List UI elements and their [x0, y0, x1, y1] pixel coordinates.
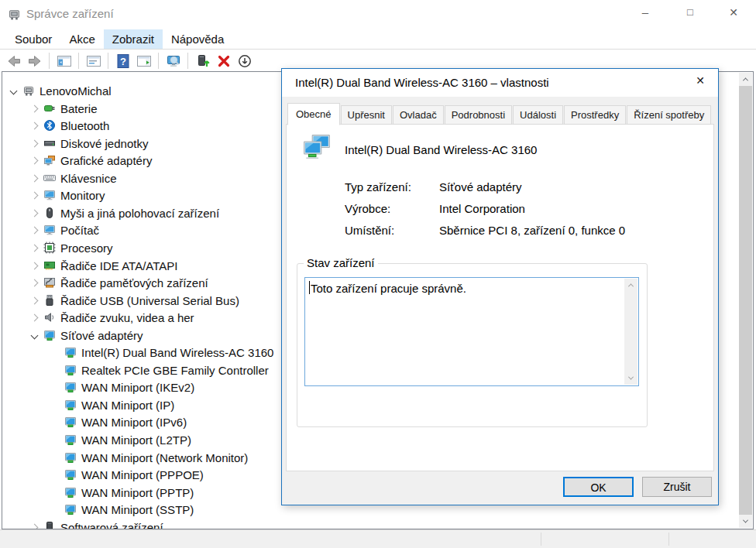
network-icon	[64, 399, 77, 411]
disable-device-button[interactable]	[234, 51, 255, 70]
text-caret	[309, 281, 310, 294]
tab-podrobnosti[interactable]: Podrobnosti	[445, 105, 512, 125]
textarea-scrollbar[interactable]	[624, 279, 637, 385]
ok-button[interactable]: OK	[563, 477, 634, 497]
tree-row-label: Řadiče USB (Universal Serial Bus)	[60, 294, 239, 307]
help-button[interactable]: ?	[112, 51, 133, 70]
tree-row-label: Diskové jednotky	[60, 137, 148, 150]
chevron-right-icon	[30, 523, 38, 529]
expander-icon[interactable]	[28, 329, 40, 341]
uninstall-device-button[interactable]	[213, 51, 234, 70]
expander-icon[interactable]	[28, 189, 40, 201]
scroll-down-button[interactable]	[739, 515, 752, 528]
network-adapter-icon	[302, 134, 332, 162]
expander-icon[interactable]	[28, 154, 40, 166]
expander-icon[interactable]	[7, 84, 19, 97]
expander-icon[interactable]	[28, 241, 40, 254]
chevron-right-icon	[30, 313, 38, 321]
tab-prostredky[interactable]: Prostředky	[564, 105, 626, 125]
tree-scrollbar[interactable]	[739, 73, 752, 528]
tab-udalosti[interactable]: Události	[513, 105, 563, 125]
tab-obecne[interactable]: Obecné	[287, 103, 340, 125]
toolbar-separator	[78, 53, 79, 69]
expander-icon[interactable]	[28, 276, 40, 289]
audio-icon	[43, 311, 56, 324]
tree-row-label: WAN Miniport (IKEv2)	[81, 381, 194, 394]
device-status-textarea[interactable]: Toto zařízení pracuje správně.	[304, 277, 639, 386]
maximize-button[interactable]: □	[672, 0, 708, 25]
usb-icon	[43, 294, 56, 307]
scroll-down-button[interactable]	[624, 372, 637, 385]
menu-item-soubor[interactable]: Soubor	[6, 29, 60, 49]
scroll-thumb[interactable]	[739, 86, 752, 515]
expander-icon[interactable]	[28, 224, 40, 236]
menu-item-napoveda[interactable]: Nápověda	[163, 29, 232, 49]
info-row: Typ zařízení:Síťové adaptéry	[345, 180, 625, 202]
expander-icon[interactable]	[28, 137, 40, 149]
chevron-right-icon	[30, 174, 38, 182]
tab-upresnit[interactable]: Upřesnit	[341, 105, 392, 125]
scroll-up-button[interactable]	[739, 73, 752, 86]
update-driver-button[interactable]	[192, 51, 213, 70]
back-button[interactable]	[3, 51, 24, 70]
expander-icon[interactable]	[28, 294, 40, 307]
bluetooth-icon	[43, 119, 56, 132]
menu-item-zobrazit[interactable]: Zobrazit	[104, 29, 163, 49]
groupbox-legend: Stav zařízení	[304, 256, 378, 269]
tab-rizeni-spotreby[interactable]: Řízení spotřeby	[627, 105, 711, 125]
expander-slot	[49, 364, 61, 376]
expander-icon[interactable]	[28, 172, 40, 184]
expander-icon[interactable]	[28, 102, 40, 115]
forward-icon	[27, 53, 43, 69]
dialog-close-button[interactable]: ✕	[682, 69, 718, 93]
network-icon	[64, 346, 77, 358]
tree-row-label: WAN Miniport (IP)	[81, 399, 174, 412]
expander-icon[interactable]	[28, 207, 40, 219]
expander-slot	[49, 346, 61, 358]
tree-row-label: WAN Miniport (L2TP)	[81, 433, 191, 447]
chevron-right-icon	[30, 296, 38, 304]
chevron-right-icon	[30, 156, 38, 164]
tree-row-label: WAN Miniport (SSTP)	[81, 503, 194, 516]
tree-row-label: WAN Miniport (PPPOE)	[81, 468, 204, 481]
network-icon	[64, 416, 77, 428]
tree-row[interactable]: Softwarová zařízení	[2, 519, 739, 529]
show-console-tree-button[interactable]	[53, 51, 74, 70]
toolbar-separator	[158, 53, 159, 69]
properties-dialog: Intel(R) Dual Band Wireless-AC 3160 – vl…	[281, 68, 719, 505]
tab-ovladac[interactable]: Ovladač	[393, 105, 444, 125]
tree-row-label: Baterie	[60, 102, 98, 115]
info-row: Výrobce:Intel Corporation	[345, 202, 625, 224]
tree-row-label: Monitory	[60, 189, 105, 202]
network-icon	[64, 503, 77, 515]
expander-icon[interactable]	[28, 311, 40, 324]
chevron-down-icon	[30, 331, 38, 339]
info-label: Výrobce:	[345, 202, 439, 224]
forward-button[interactable]	[24, 51, 45, 70]
expander-icon[interactable]	[28, 259, 40, 272]
toolbar-separator	[108, 53, 108, 69]
tree-row-label: Realtek PCIe GBE Family Controller	[81, 364, 269, 377]
minimize-button[interactable]: –	[627, 0, 663, 25]
scroll-up-button[interactable]	[624, 279, 637, 292]
scan-hardware-changes-button[interactable]	[163, 51, 184, 70]
keyboard-icon	[43, 172, 56, 184]
properties-button[interactable]	[83, 51, 104, 70]
expander-icon[interactable]	[28, 521, 40, 529]
chevron-down-icon	[628, 375, 634, 380]
menu-item-akce[interactable]: Akce	[60, 29, 103, 49]
network-icon	[64, 486, 77, 498]
network-icon	[43, 329, 56, 341]
general-tab-page: Intel(R) Dual Band Wireless-AC 3160 Typ …	[286, 124, 714, 471]
expander-icon[interactable]	[28, 119, 40, 132]
disable-icon	[237, 53, 253, 69]
storage-icon	[43, 276, 56, 289]
show-action-pane-button[interactable]	[133, 51, 154, 70]
chevron-up-icon	[628, 283, 634, 289]
close-button[interactable]: ✕	[716, 0, 751, 25]
status-bar-divider	[541, 533, 541, 546]
expander-slot	[49, 486, 61, 498]
tree-row-label: Myši a jiná polohovací zařízení	[60, 207, 219, 220]
status-bar-divider	[668, 533, 669, 546]
cancel-button[interactable]: Zrušit	[642, 477, 712, 497]
